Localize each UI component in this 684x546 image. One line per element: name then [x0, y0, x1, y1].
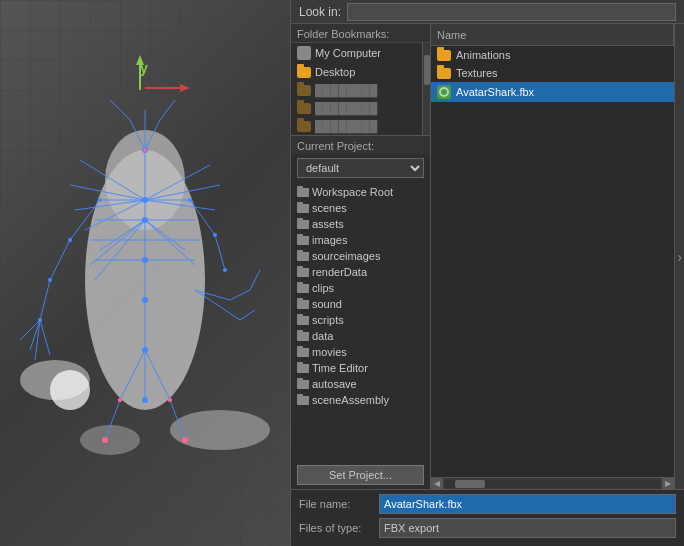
file-item-avatarshark[interactable]: AvatarShark.fbx: [431, 82, 674, 102]
scroll-thumb[interactable]: [455, 480, 485, 488]
svg-line-12: [110, 100, 130, 120]
svg-line-16: [50, 240, 70, 280]
svg-marker-72: [180, 84, 190, 92]
svg-point-50: [142, 347, 148, 353]
right-panel: Name Animations Textures AvatarShark.fbx: [431, 24, 674, 489]
svg-point-47: [142, 217, 148, 223]
tree-scenes[interactable]: scenes: [291, 200, 430, 216]
bookmark-scrollbar[interactable]: [422, 43, 430, 135]
fbx-file-icon: [437, 85, 451, 99]
scroll-right-button[interactable]: ▶: [662, 478, 674, 490]
svg-point-49: [142, 297, 148, 303]
bookmark-list: My Computer Desktop ████████ ████████: [291, 43, 422, 135]
scroll-track[interactable]: [445, 480, 660, 488]
svg-line-37: [230, 290, 250, 300]
svg-point-56: [38, 318, 42, 322]
horizontal-scrollbar[interactable]: ◀ ▶: [431, 477, 674, 489]
file-list-header: Name: [431, 24, 674, 46]
svg-line-40: [240, 310, 255, 320]
svg-point-52: [98, 198, 102, 202]
svg-point-66: [168, 398, 172, 402]
file-dialog: Look in: Folder Bookmarks: My Computer D…: [290, 0, 684, 546]
dialog-bottom: File name: Files of type:: [291, 489, 684, 546]
tree-images[interactable]: images: [291, 232, 430, 248]
file-item-textures[interactable]: Textures: [431, 64, 674, 82]
svg-point-62: [223, 268, 227, 272]
tree-renderdata[interactable]: renderData: [291, 264, 430, 280]
file-name-row: File name:: [299, 494, 676, 514]
bookmark-desktop[interactable]: Desktop: [291, 63, 422, 81]
svg-point-54: [68, 238, 72, 242]
tree-sound[interactable]: sound: [291, 296, 430, 312]
tree-data[interactable]: data: [291, 328, 430, 344]
svg-point-65: [182, 437, 188, 443]
project-tree: Workspace Root scenes assets images: [291, 182, 430, 461]
file-item-animations[interactable]: Animations: [431, 46, 674, 64]
look-in-bar: Look in:: [291, 0, 684, 24]
svg-point-46: [142, 197, 148, 203]
look-in-input[interactable]: [347, 3, 676, 21]
right-collapse-handle[interactable]: [674, 24, 684, 489]
project-select-row: default: [291, 154, 430, 182]
files-of-type-label: Files of type:: [299, 522, 379, 534]
scroll-left-button[interactable]: ◀: [431, 478, 443, 490]
tree-workspace-root[interactable]: Workspace Root: [291, 184, 430, 200]
name-column-header: Name: [431, 24, 674, 45]
svg-point-68: [50, 370, 90, 410]
left-panel: Folder Bookmarks: My Computer Desktop: [291, 24, 431, 489]
bookmark-blurred-2[interactable]: ████████: [291, 99, 422, 117]
file-name-input[interactable]: [379, 494, 676, 514]
svg-point-67: [118, 398, 122, 402]
files-of-type-input[interactable]: [379, 518, 676, 538]
tree-sceneassembly[interactable]: sceneAssembly: [291, 392, 430, 408]
svg-line-19: [215, 235, 225, 270]
tree-assets[interactable]: assets: [291, 216, 430, 232]
look-in-label: Look in:: [299, 5, 341, 19]
files-of-type-row: Files of type:: [299, 518, 676, 538]
svg-line-38: [250, 270, 260, 290]
bookmark-blurred-3[interactable]: ████████: [291, 117, 422, 135]
folder-icon: [437, 68, 451, 79]
file-name-label: File name:: [299, 498, 379, 510]
tree-movies[interactable]: movies: [291, 344, 430, 360]
folder-bookmarks-label: Folder Bookmarks:: [291, 24, 430, 43]
svg-line-44: [40, 320, 50, 355]
bookmark-blurred-1[interactable]: ████████: [291, 81, 422, 99]
tree-sourceimages[interactable]: sourceimages: [291, 248, 430, 264]
project-select[interactable]: default: [297, 158, 424, 178]
svg-point-53: [188, 198, 192, 202]
axis-y-label: y: [140, 60, 148, 76]
file-list: Animations Textures AvatarShark.fbx: [431, 46, 674, 477]
svg-line-17: [40, 280, 50, 320]
svg-point-51: [142, 397, 148, 403]
svg-point-55: [48, 278, 52, 282]
svg-point-63: [143, 148, 147, 152]
tree-clips[interactable]: clips: [291, 280, 430, 296]
viewport-3d[interactable]: y: [0, 0, 290, 546]
tree-time-editor[interactable]: Time Editor: [291, 360, 430, 376]
svg-line-13: [160, 100, 175, 120]
svg-point-3: [80, 425, 140, 455]
svg-point-48: [142, 257, 148, 263]
tree-scripts[interactable]: scripts: [291, 312, 430, 328]
tree-autosave[interactable]: autosave: [291, 376, 430, 392]
svg-point-2: [170, 410, 270, 450]
svg-point-64: [102, 437, 108, 443]
set-project-button[interactable]: Set Project...: [297, 465, 424, 485]
folder-icon: [437, 50, 451, 61]
bookmark-my-computer[interactable]: My Computer: [291, 43, 422, 63]
current-project-label: Current Project:: [291, 135, 430, 154]
svg-point-61: [213, 233, 217, 237]
